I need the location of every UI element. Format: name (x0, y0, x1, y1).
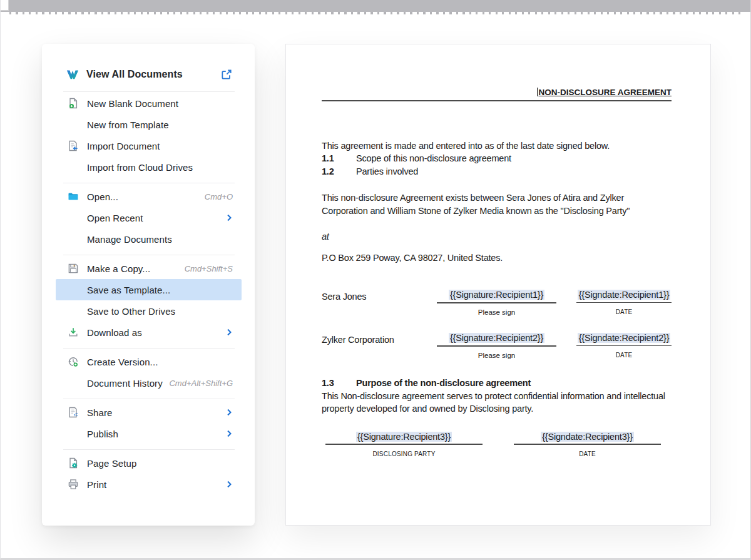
menu-item-shortcut: Cmd+Alt+Shift+G (169, 379, 233, 388)
menu-item-view-all-documents[interactable]: View All Documents (55, 61, 242, 88)
import-document-icon (66, 139, 80, 153)
signature-hint: Please sign (437, 306, 556, 319)
signature-hint: Please sign (437, 349, 556, 362)
menu-item-label: New from Template (87, 120, 233, 130)
chevron-right-icon (225, 430, 233, 437)
date-label: DATE (576, 349, 672, 362)
chevron-right-icon (225, 481, 233, 488)
download-icon (66, 325, 80, 339)
menu-item-download-as[interactable]: Download as (56, 322, 242, 343)
menu-item-import-from-cloud-drives[interactable]: Import from Cloud Drives (56, 156, 242, 178)
menu-section-share: Share Publish (42, 399, 255, 449)
disclosing-party-label: DISCLOSING PARTY (325, 448, 483, 461)
signdate-merge-field[interactable]: {{Signdate:Recipient1}} (578, 290, 671, 300)
menu-item-label: New Blank Document (87, 98, 233, 109)
menu-item-label: Open Recent (87, 213, 225, 223)
menu-item-manage-documents[interactable]: Manage Documents (56, 228, 242, 250)
no-icon (66, 118, 80, 131)
date-label: DATE (576, 306, 672, 319)
menu-item-label: Import from Cloud Drives (87, 162, 233, 173)
clause-title: Purpose of the non-disclosure agreement (356, 377, 531, 390)
menu-item-create-version[interactable]: Create Version... (56, 351, 242, 372)
signature-row: Zylker Corporation {{Signature:Recipient… (322, 332, 672, 362)
signatory-name: Zylker Corporation (322, 332, 437, 347)
disclosing-signature-row: {{Signature:Recipient3}} DISCLOSING PART… (322, 430, 672, 461)
address-line: P.O Box 259 Poway, CA 98027, United Stat… (322, 252, 672, 265)
menu-section-open: Open... Cmd+O Open Recent Manage Documen… (42, 183, 255, 255)
external-link-icon[interactable] (220, 68, 233, 81)
menu-item-label: Save as Template... (87, 285, 233, 295)
date-field-block: {{Signdate:Recipient3}} DATE (514, 430, 661, 461)
signature-field-block: {{Signature:Recipient3}} DISCLOSING PART… (325, 430, 483, 461)
menu-item-save-as-template[interactable]: Save as Template... (56, 279, 242, 300)
signature-field-block: {{Signature:Recipient1}} Please sign (437, 288, 556, 318)
menu-item-label: Make a Copy... (87, 263, 185, 274)
menu-item-publish[interactable]: Publish (56, 423, 242, 444)
menu-item-label: Download as (87, 327, 225, 338)
menu-item-label: Print (87, 479, 225, 490)
menu-section-page: Page Setup Print (42, 450, 255, 500)
menu-item-document-history[interactable]: Document History Cmd+Alt+Shift+G (56, 372, 242, 394)
document-header: NON-DISCLOSURE AGREEMENT (322, 86, 672, 101)
menu-item-label: Share (87, 407, 225, 418)
open-folder-icon (66, 190, 80, 203)
chevron-right-icon (225, 214, 233, 221)
ruler-corner (1, 0, 9, 11)
intro-paragraph: This agreement is made and entered into … (322, 140, 672, 153)
menu-item-print[interactable]: Print (56, 474, 242, 495)
clause-number: 1.1 (322, 152, 356, 165)
create-version-icon (66, 355, 80, 369)
no-icon (66, 232, 80, 246)
clause-body: This Non-disclosure agreement serves to … (322, 390, 672, 415)
no-icon (66, 283, 80, 297)
no-icon (66, 160, 80, 174)
signdate-merge-field[interactable]: {{Signdate:Recipient2}} (578, 333, 671, 343)
menu-item-label: Document History (87, 378, 169, 389)
clause-number: 1.2 (322, 165, 356, 178)
document-page[interactable]: NON-DISCLOSURE AGREEMENT This agreement … (285, 44, 711, 526)
new-document-icon (66, 96, 80, 110)
menu-item-import-document[interactable]: Import Document (56, 135, 242, 156)
menu-item-open[interactable]: Open... Cmd+O (56, 186, 242, 207)
signature-merge-field[interactable]: {{Signature:Recipient2}} (449, 333, 544, 343)
menu-section-version: Create Version... Document History Cmd+A… (42, 349, 255, 399)
ruler-bar (1, 0, 751, 12)
floppy-disk-icon (66, 262, 80, 275)
menu-section-new: New Blank Document New from Template Imp… (42, 92, 255, 183)
menu-header-label: View All Documents (86, 69, 220, 80)
date-field-block: {{Signdate:Recipient1}} DATE (576, 288, 672, 318)
clause-number: 1.3 (322, 377, 356, 390)
menu-item-new-blank-document[interactable]: New Blank Document (56, 93, 242, 114)
clause-1-1: 1.1 Scope of this non-disclosure agreeme… (322, 152, 672, 165)
writer-logo-icon (66, 68, 79, 81)
signature-merge-field[interactable]: {{Signature:Recipient1}} (449, 290, 544, 300)
document-title: NON-DISCLOSURE AGREEMENT (538, 88, 672, 97)
no-icon (66, 427, 80, 440)
menu-item-new-from-template[interactable]: New from Template (56, 114, 242, 135)
menu-item-share[interactable]: Share (56, 402, 242, 423)
chevron-right-icon (225, 328, 233, 336)
share-icon (66, 405, 80, 419)
menu-item-save-to-other-drives[interactable]: Save to Other Drives (56, 300, 242, 322)
menu-item-make-a-copy[interactable]: Make a Copy... Cmd+Shift+S (56, 258, 242, 279)
ruler-tick-marks (9, 12, 743, 14)
no-icon (66, 211, 80, 225)
menu-item-page-setup[interactable]: Page Setup (56, 452, 242, 474)
page-setup-icon (66, 456, 80, 470)
menu-item-label: Save to Other Drives (87, 306, 233, 317)
clause-1-2: 1.2 Parties involved (322, 165, 672, 178)
chevron-right-icon (225, 409, 233, 416)
signature-merge-field[interactable]: {{Signature:Recipient3}} (356, 432, 452, 442)
menu-section-save: Make a Copy... Cmd+Shift+S Save as Templ… (42, 255, 255, 348)
parties-paragraph: This non-disclosure Agreement exists bet… (322, 191, 672, 217)
signdate-merge-field[interactable]: {{Signdate:Recipient3}} (541, 432, 634, 442)
menu-item-shortcut: Cmd+O (205, 192, 233, 201)
menu-item-open-recent[interactable]: Open Recent (56, 207, 242, 228)
clause-text: Scope of this non-disclosure agreement (356, 152, 511, 165)
clause-text: Parties involved (356, 165, 418, 178)
menu-item-label: Manage Documents (87, 234, 233, 245)
menu-item-label: Page Setup (87, 458, 233, 469)
menu-item-shortcut: Cmd+Shift+S (185, 264, 233, 273)
clause-1-3: 1.3 Purpose of the non-disclosure agreem… (322, 377, 672, 415)
date-field-block: {{Signdate:Recipient2}} DATE (576, 332, 672, 362)
